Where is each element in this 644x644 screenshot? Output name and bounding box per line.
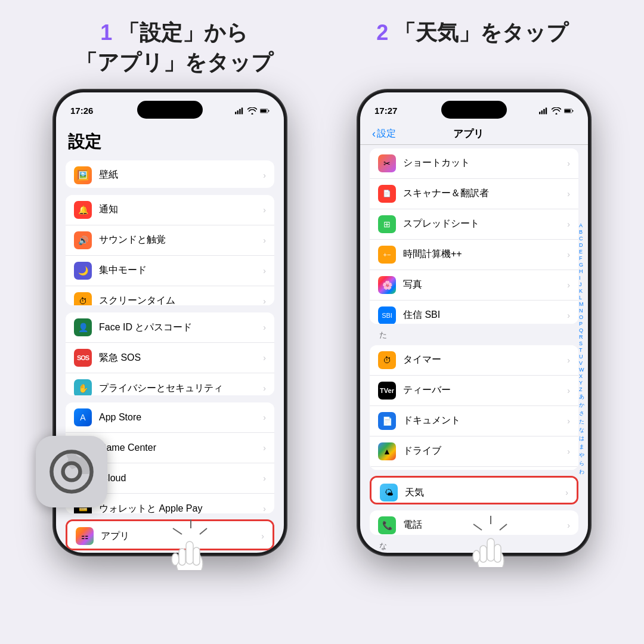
item-label: iCloud [99, 473, 263, 484]
chevron-icon: › [263, 323, 266, 332]
status-icons-1 [235, 107, 270, 114]
back-label: 設定 [377, 128, 396, 140]
settings-gear [36, 436, 107, 507]
app-group1: ✂ ショートカット › 📄 スキャナー＆翻訳者 › ⊞ スプレッドシート [370, 148, 578, 324]
page-title-2: アプリ [396, 127, 540, 141]
weather-item[interactable]: 🌤 天気 › [371, 478, 577, 504]
tap-cursor-1 [170, 516, 212, 570]
list-item[interactable]: ✂ ショートカット › [370, 148, 578, 179]
signal-icon [235, 107, 244, 114]
chevron-icon: › [261, 531, 264, 541]
list-item[interactable]: 👤 Face ID とパスコード › [66, 312, 274, 343]
chevron-icon: › [567, 280, 570, 290]
chevron-icon: › [567, 416, 570, 426]
item-label: 集中モード [99, 264, 263, 277]
item-label: ウォレットと Apple Pay [99, 503, 263, 513]
list-item[interactable]: 📄 ドキュメント › [370, 406, 578, 436]
svg-rect-14 [193, 547, 200, 565]
status-icons-2 [539, 107, 574, 114]
list-item[interactable]: ✋ プライバシーとセキュリティ › [66, 373, 274, 395]
phone2-wrapper: 17:27 [358, 90, 590, 555]
chevron-icon: › [263, 236, 266, 245]
list-item[interactable]: 📄 スキャナー＆翻訳者 › [370, 179, 578, 209]
chevron-icon: › [567, 250, 570, 259]
back-button[interactable]: ‹ 設定 [372, 128, 396, 140]
svg-rect-17 [539, 112, 540, 114]
chevron-icon: › [567, 521, 570, 530]
wifi-icon-2 [552, 107, 561, 114]
item-label: スキャナー＆翻訳者 [403, 187, 567, 200]
chevron-icon: › [263, 443, 266, 453]
settings-group2: 🔔 通知 › 🔊 サウンドと触覚 › 🌙 集中モード › [66, 195, 274, 306]
chevron-icon: › [263, 171, 266, 180]
list-item[interactable]: 🔔 通知 › [66, 195, 274, 225]
list-item[interactable]: SBI 住信 SBI › [370, 301, 578, 324]
tap-cursor-2 [471, 513, 513, 567]
list-item[interactable]: 🌙 集中モード › [66, 256, 274, 286]
scanner-icon: 📄 [378, 185, 396, 203]
list-item[interactable]: ▲ ドライブ › [370, 436, 578, 467]
app-group-ta: ⏱ タイマー › TVer ティーバー › 📄 ドキュメント › [370, 345, 578, 470]
weather-label: 天気 [405, 487, 565, 499]
list-item[interactable]: +− 時間計算機++ › [370, 240, 578, 270]
chevron-icon: › [567, 311, 570, 320]
item-label: ティーバー [403, 384, 567, 397]
battery-icon [260, 107, 270, 114]
time-1: 17:26 [70, 106, 93, 116]
spreadsheet-icon: ⊞ [378, 215, 396, 233]
item-label: プライバシーとセキュリティ [99, 382, 263, 395]
screentime-icon: ⏱ [74, 292, 92, 306]
sbi-icon: SBI [378, 306, 396, 324]
calc-icon: +− [378, 246, 396, 264]
wallpaper-icon: 🖼️ [74, 166, 92, 184]
svg-line-24 [473, 524, 482, 530]
apps-icon: ⚏ [76, 527, 94, 545]
list-item[interactable]: A App Store › [66, 402, 274, 433]
list-item[interactable]: ⏱ タイマー › [370, 345, 578, 376]
item-label: 壁紙 [99, 169, 263, 181]
privacy-icon: ✋ [74, 379, 92, 395]
svg-rect-20 [546, 107, 547, 114]
phone-icon: 📞 [378, 516, 396, 534]
phones-row: 17:26 [0, 90, 644, 644]
list-item[interactable]: 🕐 時計 › [370, 467, 578, 470]
item-label: スプレッドシート [403, 218, 567, 230]
chevron-icon: › [567, 159, 570, 168]
chevron-icon: › [263, 473, 266, 483]
chevron-icon: › [263, 205, 266, 215]
dynamic-island-1 [137, 101, 203, 119]
phone2-list: ✂ ショートカット › 📄 スキャナー＆翻訳者 › ⊞ スプレッドシート [360, 145, 588, 553]
chevron-icon: › [565, 488, 568, 497]
settings-group1: 🖼️ 壁紙 › [66, 160, 274, 188]
list-item[interactable]: 🖼️ 壁紙 › [66, 160, 274, 188]
list-item[interactable]: SOS 緊急 SOS › [66, 343, 274, 373]
svg-rect-5 [268, 110, 269, 112]
weather-icon: 🌤 [380, 484, 398, 501]
item-label: 時間計算機++ [403, 248, 567, 261]
tvapp-icon: TVer [378, 382, 396, 400]
list-item[interactable]: ⊞ スプレッドシート › [370, 209, 578, 240]
phone1-wrapper: 17:26 [54, 90, 286, 555]
svg-point-31 [473, 550, 480, 562]
chevron-icon: › [263, 266, 266, 275]
item-label: ドライブ [403, 445, 567, 457]
highlight-row-weather[interactable]: 🌤 天気 › [370, 476, 578, 504]
svg-line-11 [200, 528, 207, 534]
list-item[interactable]: ⏱ スクリーンタイム › [66, 286, 274, 306]
list-item[interactable]: TVer ティーバー › [370, 376, 578, 406]
list-item[interactable]: 🔊 サウンドと触覚 › [66, 225, 274, 256]
time-2: 17:27 [374, 106, 397, 116]
gear-svg [48, 448, 95, 496]
svg-line-26 [500, 524, 507, 530]
list-item[interactable]: 🌸 写真 › [370, 270, 578, 301]
item-label: 住信 SBI [403, 309, 567, 321]
photos-icon: 🌸 [378, 276, 396, 294]
appstore-icon: A [74, 408, 92, 426]
step1-title: 1 「設定」から「アプリ」をタップ [76, 18, 273, 78]
section-header-ta: た [360, 327, 588, 342]
phone2-screen: 17:27 [360, 92, 588, 553]
shortcuts-icon: ✂ [378, 154, 396, 172]
signal-icon-2 [539, 107, 549, 114]
svg-rect-15 [179, 549, 185, 565]
wifi-icon [247, 107, 257, 114]
